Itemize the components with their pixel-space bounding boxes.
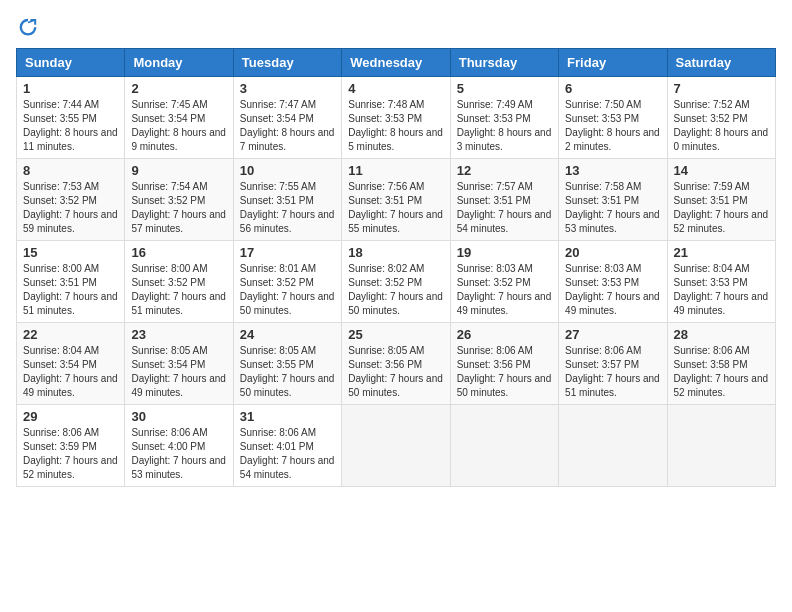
sunset-label: Sunset: 3:51 PM: [674, 195, 748, 206]
day-number: 23: [131, 327, 226, 342]
sunrise-label: Sunrise: 8:06 AM: [23, 427, 99, 438]
sunset-label: Sunset: 3:53 PM: [565, 277, 639, 288]
sunrise-label: Sunrise: 8:06 AM: [565, 345, 641, 356]
col-monday: Monday: [125, 49, 233, 77]
calendar-cell: [559, 405, 667, 487]
calendar-cell: 7 Sunrise: 7:52 AM Sunset: 3:52 PM Dayli…: [667, 77, 775, 159]
sunset-label: Sunset: 3:51 PM: [565, 195, 639, 206]
day-number: 8: [23, 163, 118, 178]
calendar-cell: 22 Sunrise: 8:04 AM Sunset: 3:54 PM Dayl…: [17, 323, 125, 405]
sunset-label: Sunset: 3:55 PM: [23, 113, 97, 124]
day-info: Sunrise: 8:05 AM Sunset: 3:54 PM Dayligh…: [131, 344, 226, 400]
day-info: Sunrise: 8:03 AM Sunset: 3:53 PM Dayligh…: [565, 262, 660, 318]
calendar-body: 1 Sunrise: 7:44 AM Sunset: 3:55 PM Dayli…: [17, 77, 776, 487]
day-number: 31: [240, 409, 335, 424]
day-info: Sunrise: 7:57 AM Sunset: 3:51 PM Dayligh…: [457, 180, 552, 236]
daylight-label: Daylight: 7 hours and 53 minutes.: [565, 209, 660, 234]
day-number: 11: [348, 163, 443, 178]
calendar-cell: 10 Sunrise: 7:55 AM Sunset: 3:51 PM Dayl…: [233, 159, 341, 241]
day-number: 13: [565, 163, 660, 178]
day-info: Sunrise: 7:54 AM Sunset: 3:52 PM Dayligh…: [131, 180, 226, 236]
day-number: 15: [23, 245, 118, 260]
day-number: 4: [348, 81, 443, 96]
day-number: 9: [131, 163, 226, 178]
sunset-label: Sunset: 4:01 PM: [240, 441, 314, 452]
sunrise-label: Sunrise: 8:05 AM: [240, 345, 316, 356]
sunrise-label: Sunrise: 7:53 AM: [23, 181, 99, 192]
sunset-label: Sunset: 3:58 PM: [674, 359, 748, 370]
sunset-label: Sunset: 3:54 PM: [240, 113, 314, 124]
sunset-label: Sunset: 3:54 PM: [23, 359, 97, 370]
day-info: Sunrise: 8:06 AM Sunset: 3:56 PM Dayligh…: [457, 344, 552, 400]
sunset-label: Sunset: 3:57 PM: [565, 359, 639, 370]
sunrise-label: Sunrise: 7:49 AM: [457, 99, 533, 110]
day-number: 3: [240, 81, 335, 96]
day-info: Sunrise: 7:44 AM Sunset: 3:55 PM Dayligh…: [23, 98, 118, 154]
calendar-cell: 21 Sunrise: 8:04 AM Sunset: 3:53 PM Dayl…: [667, 241, 775, 323]
calendar-cell: 19 Sunrise: 8:03 AM Sunset: 3:52 PM Dayl…: [450, 241, 558, 323]
calendar-cell: 15 Sunrise: 8:00 AM Sunset: 3:51 PM Dayl…: [17, 241, 125, 323]
daylight-label: Daylight: 7 hours and 49 minutes.: [131, 373, 226, 398]
daylight-label: Daylight: 7 hours and 49 minutes.: [457, 291, 552, 316]
calendar-cell: 29 Sunrise: 8:06 AM Sunset: 3:59 PM Dayl…: [17, 405, 125, 487]
day-info: Sunrise: 8:05 AM Sunset: 3:55 PM Dayligh…: [240, 344, 335, 400]
day-info: Sunrise: 8:06 AM Sunset: 3:58 PM Dayligh…: [674, 344, 769, 400]
day-number: 10: [240, 163, 335, 178]
day-number: 14: [674, 163, 769, 178]
sunrise-label: Sunrise: 8:00 AM: [23, 263, 99, 274]
calendar-cell: 31 Sunrise: 8:06 AM Sunset: 4:01 PM Dayl…: [233, 405, 341, 487]
sunset-label: Sunset: 3:56 PM: [348, 359, 422, 370]
sunset-label: Sunset: 3:59 PM: [23, 441, 97, 452]
day-number: 5: [457, 81, 552, 96]
sunset-label: Sunset: 4:00 PM: [131, 441, 205, 452]
sunrise-label: Sunrise: 8:06 AM: [674, 345, 750, 356]
daylight-label: Daylight: 7 hours and 53 minutes.: [131, 455, 226, 480]
day-info: Sunrise: 7:49 AM Sunset: 3:53 PM Dayligh…: [457, 98, 552, 154]
daylight-label: Daylight: 8 hours and 11 minutes.: [23, 127, 118, 152]
daylight-label: Daylight: 7 hours and 51 minutes.: [131, 291, 226, 316]
col-friday: Friday: [559, 49, 667, 77]
day-info: Sunrise: 7:50 AM Sunset: 3:53 PM Dayligh…: [565, 98, 660, 154]
calendar-cell: 30 Sunrise: 8:06 AM Sunset: 4:00 PM Dayl…: [125, 405, 233, 487]
calendar-table: Sunday Monday Tuesday Wednesday Thursday…: [16, 48, 776, 487]
calendar-row-2: 8 Sunrise: 7:53 AM Sunset: 3:52 PM Dayli…: [17, 159, 776, 241]
calendar-cell: 24 Sunrise: 8:05 AM Sunset: 3:55 PM Dayl…: [233, 323, 341, 405]
calendar-cell: [450, 405, 558, 487]
sunset-label: Sunset: 3:51 PM: [23, 277, 97, 288]
day-info: Sunrise: 7:45 AM Sunset: 3:54 PM Dayligh…: [131, 98, 226, 154]
daylight-label: Daylight: 7 hours and 50 minutes.: [348, 291, 443, 316]
day-info: Sunrise: 7:48 AM Sunset: 3:53 PM Dayligh…: [348, 98, 443, 154]
day-number: 17: [240, 245, 335, 260]
daylight-label: Daylight: 8 hours and 5 minutes.: [348, 127, 443, 152]
day-number: 26: [457, 327, 552, 342]
sunrise-label: Sunrise: 8:04 AM: [674, 263, 750, 274]
daylight-label: Daylight: 7 hours and 52 minutes.: [23, 455, 118, 480]
day-info: Sunrise: 7:59 AM Sunset: 3:51 PM Dayligh…: [674, 180, 769, 236]
calendar-row-3: 15 Sunrise: 8:00 AM Sunset: 3:51 PM Dayl…: [17, 241, 776, 323]
day-info: Sunrise: 8:04 AM Sunset: 3:53 PM Dayligh…: [674, 262, 769, 318]
day-info: Sunrise: 8:03 AM Sunset: 3:52 PM Dayligh…: [457, 262, 552, 318]
day-info: Sunrise: 7:52 AM Sunset: 3:52 PM Dayligh…: [674, 98, 769, 154]
day-number: 6: [565, 81, 660, 96]
day-info: Sunrise: 8:06 AM Sunset: 3:57 PM Dayligh…: [565, 344, 660, 400]
day-number: 2: [131, 81, 226, 96]
sunset-label: Sunset: 3:52 PM: [457, 277, 531, 288]
day-info: Sunrise: 7:56 AM Sunset: 3:51 PM Dayligh…: [348, 180, 443, 236]
col-sunday: Sunday: [17, 49, 125, 77]
day-info: Sunrise: 8:00 AM Sunset: 3:51 PM Dayligh…: [23, 262, 118, 318]
logo: [16, 16, 44, 40]
sunset-label: Sunset: 3:56 PM: [457, 359, 531, 370]
day-number: 7: [674, 81, 769, 96]
sunrise-label: Sunrise: 7:50 AM: [565, 99, 641, 110]
day-number: 22: [23, 327, 118, 342]
daylight-label: Daylight: 7 hours and 56 minutes.: [240, 209, 335, 234]
day-number: 19: [457, 245, 552, 260]
daylight-label: Daylight: 7 hours and 55 minutes.: [348, 209, 443, 234]
day-info: Sunrise: 8:06 AM Sunset: 4:01 PM Dayligh…: [240, 426, 335, 482]
day-number: 27: [565, 327, 660, 342]
sunset-label: Sunset: 3:54 PM: [131, 359, 205, 370]
sunset-label: Sunset: 3:55 PM: [240, 359, 314, 370]
calendar-cell: 4 Sunrise: 7:48 AM Sunset: 3:53 PM Dayli…: [342, 77, 450, 159]
calendar-cell: 3 Sunrise: 7:47 AM Sunset: 3:54 PM Dayli…: [233, 77, 341, 159]
daylight-label: Daylight: 7 hours and 51 minutes.: [565, 373, 660, 398]
